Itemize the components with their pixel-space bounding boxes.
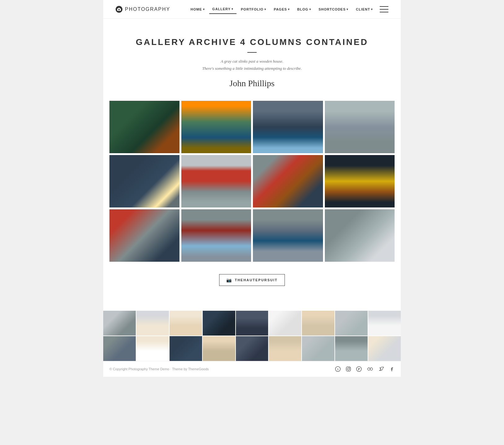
- mosaic-item[interactable]: [170, 336, 202, 361]
- gallery-image: [325, 209, 395, 262]
- gallery-image: [181, 101, 251, 153]
- gallery-image: [109, 101, 179, 153]
- instagram-icon[interactable]: [346, 366, 351, 372]
- mosaic-item[interactable]: [170, 311, 202, 336]
- page-header: GALLERY ARCHIVE 4 COLUMNS CONTAINED A gr…: [109, 37, 395, 88]
- mosaic-item[interactable]: [368, 311, 401, 336]
- instagram-icon: 📷: [226, 278, 232, 283]
- hamburger-line: [380, 9, 388, 10]
- gallery-image: [253, 101, 323, 153]
- twitter-icon[interactable]: [378, 366, 384, 372]
- gallery-item[interactable]: [253, 209, 323, 262]
- nav-shortcodes[interactable]: SHORTCODES ▾: [316, 5, 352, 14]
- svg-point-1: [118, 9, 120, 10]
- footer-bar: © Copyright Photography Theme Demo · The…: [103, 361, 401, 377]
- mosaic-item[interactable]: [269, 311, 301, 336]
- pinterest-icon[interactable]: P: [356, 366, 362, 372]
- gallery-grid: [109, 101, 395, 262]
- facebook-icon[interactable]: [389, 366, 395, 372]
- nav-blog[interactable]: BLOG ▾: [294, 5, 314, 14]
- mosaic-item[interactable]: [236, 311, 268, 336]
- main-content: GALLERY ARCHIVE 4 COLUMNS CONTAINED A gr…: [103, 19, 401, 311]
- footer-mosaic: [103, 311, 401, 361]
- gallery-image: [109, 209, 179, 262]
- nav-portfolio[interactable]: PORTFOLIO ▾: [238, 5, 269, 14]
- chevron-down-icon: ▾: [203, 8, 205, 11]
- social-links: 5 P: [335, 366, 395, 372]
- gallery-image: [181, 155, 251, 207]
- chevron-down-icon: ▾: [288, 8, 290, 11]
- mosaic-item[interactable]: [368, 336, 401, 361]
- mosaic-item[interactable]: [136, 311, 169, 336]
- chevron-down-icon: ▾: [371, 8, 373, 11]
- svg-text:P: P: [358, 367, 360, 371]
- page-title: GALLERY ARCHIVE 4 COLUMNS CONTAINED: [109, 37, 395, 47]
- gallery-item[interactable]: [181, 155, 251, 207]
- logo-camera-icon: [116, 6, 122, 13]
- gallery-image: [253, 209, 323, 262]
- nav-pages[interactable]: PAGES ▾: [271, 5, 293, 14]
- svg-point-10: [368, 368, 370, 370]
- svg-point-6: [347, 368, 350, 370]
- mosaic-item[interactable]: [236, 336, 268, 361]
- nav-home[interactable]: HOME ▾: [188, 5, 208, 14]
- mosaic-item[interactable]: [302, 336, 334, 361]
- gallery-image: [181, 209, 251, 262]
- mosaic-item[interactable]: [335, 311, 368, 336]
- mosaic-item[interactable]: [136, 336, 169, 361]
- mosaic-item[interactable]: [269, 336, 301, 361]
- chevron-down-icon: ▾: [264, 8, 266, 11]
- gallery-item[interactable]: [109, 101, 179, 153]
- gallery-item[interactable]: [325, 101, 395, 153]
- instagram-label: THEHAUTEPURSUIT: [235, 278, 277, 282]
- gallery-item[interactable]: [109, 209, 179, 262]
- instagram-button[interactable]: 📷 THEHAUTEPURSUIT: [219, 274, 285, 286]
- gallery-item[interactable]: [109, 155, 179, 207]
- svg-rect-5: [346, 367, 351, 371]
- mosaic-item[interactable]: [203, 336, 235, 361]
- gallery-item[interactable]: [181, 209, 251, 262]
- copyright-text: © Copyright Photography Theme Demo · The…: [109, 367, 209, 371]
- mosaic-item[interactable]: [302, 311, 334, 336]
- nav-client[interactable]: CLIENT ▾: [353, 5, 376, 14]
- gallery-image: [109, 155, 179, 207]
- nav-gallery[interactable]: GALLERY ▾: [209, 5, 237, 14]
- mosaic-item[interactable]: [335, 336, 368, 361]
- site-header: PHOTOGRAPHY HOME ▾ GALLERY ▾ PORTFOLIO ▾: [103, 0, 401, 19]
- chevron-down-icon: ▾: [347, 8, 348, 11]
- logo-text: PHOTOGRAPHY: [125, 7, 170, 12]
- chevron-down-icon: ▾: [309, 8, 311, 11]
- svg-text:5: 5: [337, 368, 338, 371]
- gallery-image: [325, 101, 395, 153]
- gallery-image: [325, 155, 395, 207]
- mosaic-item[interactable]: [103, 336, 136, 361]
- site-logo[interactable]: PHOTOGRAPHY: [116, 6, 170, 13]
- svg-point-11: [370, 368, 373, 370]
- gallery-item[interactable]: [253, 155, 323, 207]
- mosaic-item[interactable]: [103, 311, 136, 336]
- hamburger-line: [380, 12, 388, 12]
- mosaic-item[interactable]: [203, 311, 235, 336]
- author-signature: John Phillips: [109, 78, 395, 88]
- flickr-icon[interactable]: [367, 366, 374, 372]
- svg-point-7: [349, 367, 350, 368]
- page-description: A gray cat slinks past a wooden house. T…: [109, 58, 395, 72]
- instagram-section: 📷 THEHAUTEPURSUIT: [109, 274, 395, 286]
- gallery-item[interactable]: [325, 209, 395, 262]
- gallery-item[interactable]: [325, 155, 395, 207]
- main-nav: HOME ▾ GALLERY ▾ PORTFOLIO ▾ PAGES ▾: [188, 5, 388, 14]
- gallery-item[interactable]: [181, 101, 251, 153]
- hamburger-menu[interactable]: [380, 6, 388, 12]
- title-divider: [247, 52, 257, 53]
- gallery-item[interactable]: [253, 101, 323, 153]
- chevron-down-icon: ▾: [232, 7, 233, 11]
- hamburger-line: [380, 6, 388, 7]
- svg-rect-2: [118, 8, 120, 9]
- gallery-image: [253, 155, 323, 207]
- 500px-icon[interactable]: 5: [335, 366, 341, 372]
